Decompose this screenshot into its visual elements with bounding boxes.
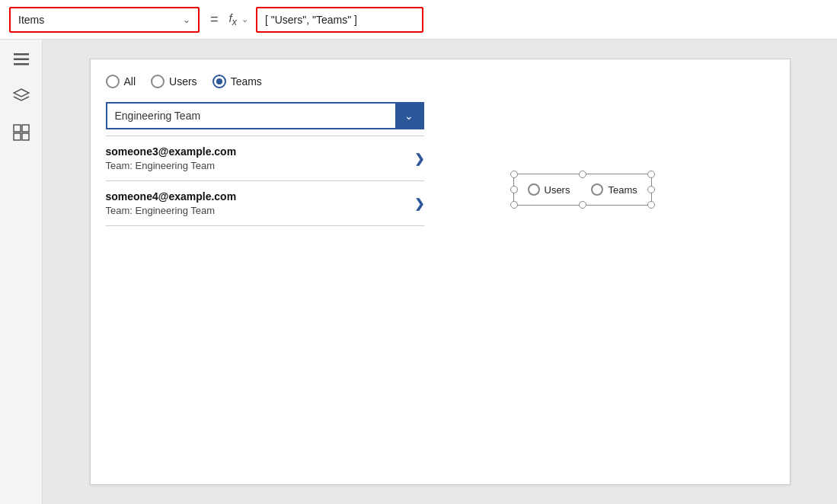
widget-radio-users-label: Users (545, 184, 570, 196)
radio-all[interactable]: All (106, 75, 136, 88)
list-item[interactable]: someone3@example.com Team: Engineering T… (106, 136, 424, 181)
radio-users-label: Users (169, 75, 197, 88)
handle-top-left[interactable] (510, 171, 518, 178)
team-dropdown-label: Engineering Team (115, 110, 201, 122)
radio-group: All Users Teams (106, 75, 262, 88)
svg-rect-5 (22, 125, 29, 132)
radio-users-circle (151, 75, 165, 88)
toolbar: Items ⌄ = fx ⌄ [ "Users", "Teams" ] (0, 0, 837, 40)
handle-top-right[interactable] (647, 171, 655, 178)
svg-rect-4 (14, 125, 21, 132)
fx-icon: fx (229, 11, 237, 27)
svg-marker-3 (14, 89, 29, 97)
radio-users[interactable]: Users (151, 75, 197, 88)
svg-rect-7 (22, 133, 29, 140)
list-item-chevron-icon: ❯ (414, 196, 424, 211)
property-dropdown-chevron-icon: ⌄ (183, 14, 190, 25)
svg-rect-2 (14, 63, 29, 65)
list-item-team: Team: Engineering Team (106, 205, 237, 216)
svg-rect-0 (14, 53, 29, 56)
sidebar-icon-layers[interactable] (9, 84, 34, 108)
components-icon (13, 124, 30, 141)
list-items: someone3@example.com Team: Engineering T… (106, 136, 424, 226)
formula-box[interactable]: [ "Users", "Teams" ] (256, 7, 423, 33)
list-item-content: someone4@example.com Team: Engineering T… (106, 190, 237, 216)
handle-bottom-right[interactable] (647, 201, 655, 209)
radio-teams-label: Teams (231, 75, 262, 88)
handle-middle-right[interactable] (647, 186, 655, 193)
radio-all-circle (106, 75, 120, 88)
handle-bottom-center[interactable] (579, 201, 586, 209)
fx-chevron-icon: ⌄ (241, 14, 248, 24)
canvas-frame: All Users Teams Engineering Team ⌄ someo… (90, 59, 791, 485)
team-dropdown-button[interactable]: ⌄ (395, 104, 423, 128)
list-item-chevron-icon: ❯ (414, 152, 424, 166)
list-item[interactable]: someone4@example.com Team: Engineering T… (106, 181, 424, 226)
hamburger-icon (14, 53, 29, 65)
radio-teams[interactable]: Teams (212, 75, 262, 88)
equals-sign: = (207, 11, 222, 27)
widget-radio-teams-circle (591, 183, 603, 196)
sidebar (0, 40, 43, 504)
team-dropdown[interactable]: Engineering Team ⌄ (106, 102, 424, 129)
team-dropdown-chevron-icon: ⌄ (404, 110, 414, 122)
handle-top-center[interactable] (579, 171, 586, 178)
handle-middle-left[interactable] (510, 186, 518, 193)
radio-teams-circle (212, 75, 226, 88)
widget-radio-users[interactable]: Users (528, 183, 570, 196)
formula-value: [ "Users", "Teams" ] (265, 14, 357, 26)
list-item-email: someone3@example.com (106, 145, 237, 158)
svg-rect-6 (14, 133, 21, 140)
list-item-email: someone4@example.com (106, 190, 237, 203)
list-item-content: someone3@example.com Team: Engineering T… (106, 145, 237, 171)
layers-icon (13, 88, 30, 104)
property-dropdown[interactable]: Items ⌄ (9, 7, 200, 33)
sidebar-icon-hamburger[interactable] (9, 47, 34, 72)
radio-widget-inner: Users Teams (528, 183, 637, 196)
canvas-area: All Users Teams Engineering Team ⌄ someo… (43, 40, 837, 504)
handle-bottom-left[interactable] (510, 201, 518, 209)
sidebar-icon-components[interactable] (9, 120, 34, 145)
radio-widget[interactable]: Users Teams (513, 174, 652, 206)
property-dropdown-label: Items (18, 14, 44, 26)
svg-rect-1 (14, 59, 29, 61)
widget-radio-users-circle (528, 183, 540, 196)
list-item-team: Team: Engineering Team (106, 160, 237, 171)
widget-radio-teams-label: Teams (608, 184, 637, 196)
fx-area: fx ⌄ (229, 11, 248, 27)
radio-all-label: All (124, 75, 136, 88)
widget-radio-teams[interactable]: Teams (591, 183, 637, 196)
